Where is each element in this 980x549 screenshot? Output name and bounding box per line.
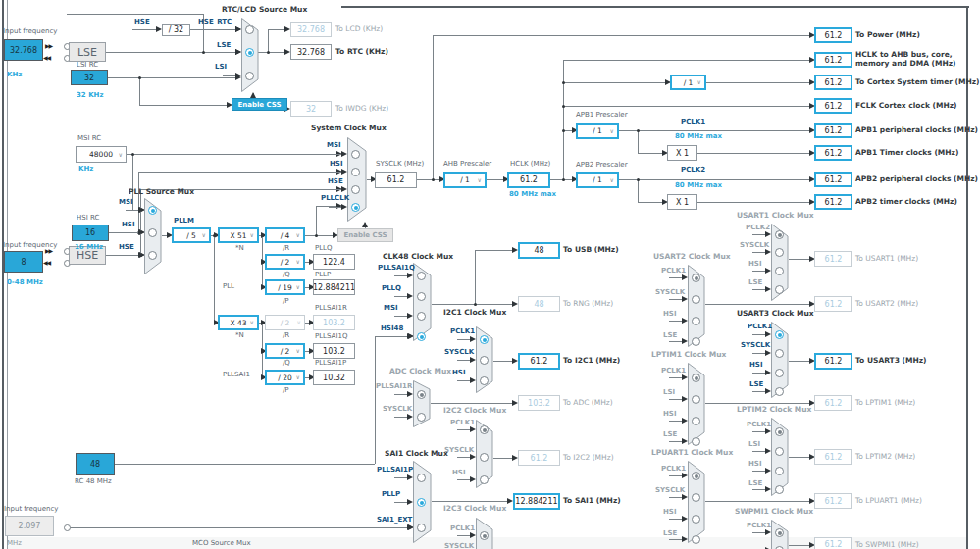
- swpmi1-clock-mux-radio-0[interactable]: [775, 528, 784, 537]
- system-clock-mux-radio-1[interactable]: [351, 168, 360, 176]
- apb1-prescaler-select[interactable]: / 1∨: [576, 123, 619, 139]
- sai1-clock-mux-radio-2[interactable]: [417, 524, 426, 532]
- i2c3-clock-mux-radio-0[interactable]: [480, 531, 489, 540]
- connector-line: [433, 35, 810, 36]
- rtc-lcd-source-mux-radio-1[interactable]: [245, 48, 254, 57]
- clk48-clock-mux-radio-3[interactable]: [417, 332, 426, 341]
- pll-source-mux-radio-2[interactable]: [148, 251, 157, 260]
- usart2-clock-mux-radio-2[interactable]: [692, 317, 700, 325]
- cortex-prescaler-select[interactable]: / 1∨: [670, 75, 706, 90]
- clk48-clock-mux-radio-2[interactable]: [417, 312, 426, 321]
- lpuart1-clock-mux-radio-2[interactable]: [692, 515, 700, 524]
- lptim1-clock-mux-radio-0[interactable]: [692, 374, 700, 382]
- pll-n-select[interactable]: X 51∨: [218, 227, 259, 243]
- ahb-prescaler-select[interactable]: / 1∨: [443, 172, 487, 188]
- rtc-lcd-source-mux-radio-2[interactable]: [245, 72, 254, 80]
- enable-css-rtc-button[interactable]: Enable CSS: [232, 98, 287, 111]
- apb2-peripheral-value[interactable]: 61.2: [814, 172, 852, 187]
- pll-q-select[interactable]: / 2∨: [265, 254, 305, 270]
- pll-source-mux-radio-1[interactable]: [148, 228, 157, 237]
- usart1-clock-mux-radio-3[interactable]: [775, 285, 784, 294]
- lptim1-clock-mux-radio-3[interactable]: [692, 437, 700, 446]
- lpuart1-clock-mux-radio-1[interactable]: [692, 493, 700, 502]
- i2c1-value[interactable]: 61.2: [518, 353, 560, 370]
- radio-selected-dot: [695, 474, 698, 478]
- apb1-peripheral-value[interactable]: 61.2: [814, 123, 852, 138]
- i2c2-clock-mux-radio-1[interactable]: [480, 453, 489, 462]
- pllsai1-p-select[interactable]: / 20∨: [265, 370, 305, 385]
- usart3-clock-mux-input-arrow-1: [765, 350, 771, 356]
- usart3-clock-mux-radio-3[interactable]: [775, 387, 784, 396]
- lptim1-clock-mux-radio-2[interactable]: [692, 417, 700, 425]
- clk48-clock-mux-radio-0[interactable]: [417, 272, 426, 280]
- power-value[interactable]: 61.2: [814, 27, 852, 43]
- usart3-value[interactable]: 61.2: [814, 353, 852, 370]
- i2c2-clock-mux-radio-0[interactable]: [480, 425, 489, 434]
- apb2-timer-value[interactable]: 61.2: [814, 194, 852, 210]
- junction-dot: [261, 322, 264, 324]
- clk48-clock-mux-radio-1[interactable]: [417, 292, 426, 301]
- usart2-clock-mux-radio-0[interactable]: [692, 274, 700, 282]
- sai1-value[interactable]: 12.884211: [513, 493, 560, 510]
- system-clock-mux-radio-3[interactable]: [351, 203, 360, 212]
- chevron-down-icon: ∨: [296, 258, 300, 265]
- lse-input-frequency-value[interactable]: 32.768: [4, 39, 43, 61]
- lptim2-clock-mux-radio-0[interactable]: [775, 427, 784, 436]
- system-clock-mux-radio-2[interactable]: [351, 185, 360, 194]
- system-clock-mux-input-arrow-3: [341, 204, 347, 210]
- usart1-clock-mux-radio-0[interactable]: [775, 230, 784, 239]
- pll-p-select[interactable]: / 19∨: [265, 279, 305, 295]
- adc-clock-mux-radio-1[interactable]: [417, 413, 426, 422]
- hclk-ahb-value[interactable]: 61.2: [814, 52, 852, 68]
- sai1-clock-mux-radio-0[interactable]: [417, 474, 426, 482]
- connector-line: [140, 189, 141, 255]
- apb2-prescaler-select[interactable]: / 1∨: [576, 172, 619, 188]
- pllsai1-q-select[interactable]: / 2∨: [265, 343, 305, 359]
- hse-input-frequency-value[interactable]: 8: [4, 251, 43, 273]
- usart3-clock-mux-radio-0[interactable]: [775, 330, 784, 339]
- sai1-clock-mux-radio-1[interactable]: [417, 498, 426, 507]
- apb1-timer-value[interactable]: 61.2: [814, 145, 852, 161]
- sig-lptim2-hsi: HSI: [748, 460, 762, 468]
- radio-selected-dot: [483, 428, 487, 432]
- adc-clock-mux-radio-0[interactable]: [417, 390, 426, 399]
- lsi-rc-value[interactable]: 32: [71, 70, 108, 85]
- i2c1-clock-mux-radio-0[interactable]: [480, 335, 489, 344]
- out-lptim2-label: To LPTIM2 (MHz): [855, 453, 915, 462]
- pll-r-select[interactable]: / 4∨: [265, 227, 305, 243]
- i2c1-clock-mux-radio-2[interactable]: [480, 376, 489, 385]
- sig-i2c3-pclk1: PCLK1: [450, 524, 475, 532]
- msi-rc-select[interactable]: 48000∨: [76, 146, 127, 163]
- hclk-value[interactable]: 61.2: [507, 172, 550, 188]
- usart3-clock-mux-radio-2[interactable]: [775, 369, 784, 377]
- usart1-clock-mux-radio-1[interactable]: [775, 248, 784, 257]
- pll-source-mux-radio-0[interactable]: [148, 206, 157, 215]
- lptim1-clock-mux-radio-1[interactable]: [692, 395, 700, 404]
- usart3-clock-mux-radio-1[interactable]: [775, 349, 784, 358]
- cortex-timer-value[interactable]: 61.2: [814, 75, 852, 90]
- usart2-clock-mux-radio-3[interactable]: [692, 337, 700, 346]
- rtc-lcd-source-mux-radio-0[interactable]: [245, 25, 254, 34]
- chevron-down-icon: ∨: [250, 231, 254, 238]
- out-cortex-label: To Cortex System timer (MHz): [855, 78, 980, 87]
- lse-block[interactable]: LSE: [69, 42, 106, 62]
- lpuart1-clock-mux-radio-3[interactable]: [692, 535, 700, 544]
- lptim2-clock-mux-radio-1[interactable]: [775, 447, 784, 456]
- fclk-value[interactable]: 61.2: [814, 98, 852, 114]
- pllsai1-n-select[interactable]: X 43∨: [218, 315, 259, 330]
- lse-pin-arrow-out: ◀◀: [43, 55, 50, 62]
- i2c2-clock-mux-radio-2[interactable]: [480, 475, 489, 484]
- usart3-clock-mux-input-arrow-2: [765, 370, 771, 375]
- hsi-rc-value[interactable]: 16: [72, 225, 109, 241]
- usart1-clock-mux-radio-2[interactable]: [775, 267, 784, 275]
- rc48-value[interactable]: 48: [76, 453, 115, 475]
- pllm-select[interactable]: / 5∨: [172, 227, 211, 243]
- sig-sys-pllclk: PLLCLK: [321, 194, 349, 202]
- usart2-clock-mux-radio-1[interactable]: [692, 295, 700, 304]
- lptim2-clock-mux-radio-2[interactable]: [775, 467, 784, 475]
- i2c1-clock-mux-radio-1[interactable]: [480, 356, 489, 365]
- usb-value[interactable]: 48: [518, 242, 560, 259]
- system-clock-mux-radio-0[interactable]: [351, 150, 360, 159]
- lpuart1-clock-mux-radio-0[interactable]: [692, 472, 700, 480]
- lptim2-clock-mux-radio-3[interactable]: [775, 485, 784, 494]
